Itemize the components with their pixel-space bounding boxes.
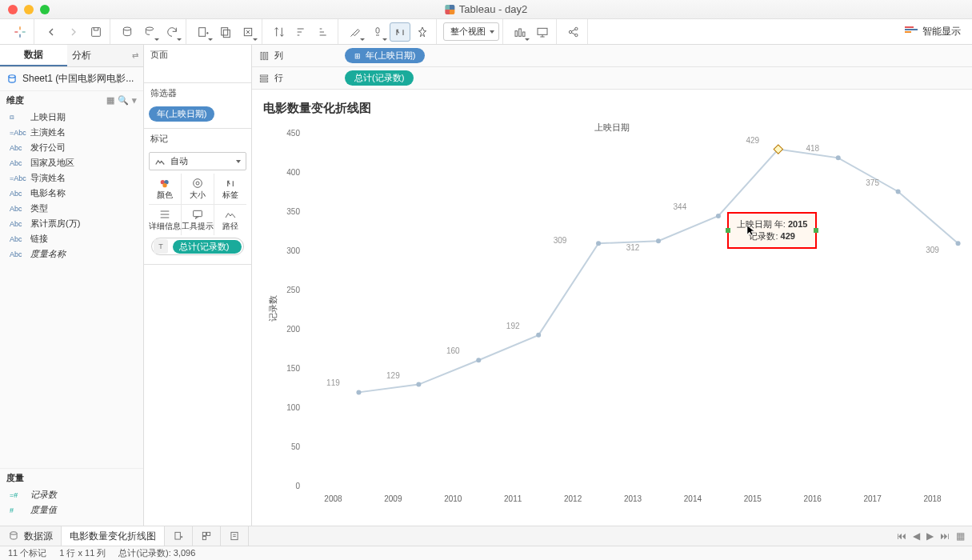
dimension-field[interactable]: Abc类型 bbox=[0, 201, 143, 216]
measure-field[interactable]: =#记录数 bbox=[0, 487, 143, 502]
refresh-button[interactable] bbox=[162, 22, 182, 42]
svg-rect-10 bbox=[538, 28, 547, 34]
svg-point-13 bbox=[575, 34, 578, 36]
nav-next[interactable]: ▶ bbox=[924, 530, 936, 542]
viz-canvas[interactable]: 电影数量变化折线图 上映日期 记录数 050100150200250300350… bbox=[252, 90, 972, 526]
show-me-button[interactable]: 智能显示 bbox=[900, 25, 966, 38]
swap-axes-button[interactable] bbox=[269, 22, 290, 42]
nav-prev[interactable]: ◀ bbox=[910, 530, 922, 542]
show-labels-button[interactable] bbox=[390, 22, 410, 42]
data-panel: 数据 分析⇄ Sheet1 (中国电影网电影... 维度 ▦🔍▾ ⧈上映日期=A… bbox=[0, 45, 144, 526]
sort-asc-button[interactable] bbox=[291, 22, 312, 42]
back-button[interactable] bbox=[41, 22, 62, 42]
dimension-field[interactable]: =Abc主演姓名 bbox=[0, 125, 143, 140]
save-button[interactable] bbox=[86, 22, 106, 42]
filter-pill-year[interactable]: 年(上映日期) bbox=[149, 106, 214, 122]
rows-pill[interactable]: 总计(记录数) bbox=[345, 70, 414, 86]
dropdown-icon[interactable]: ▾ bbox=[132, 95, 137, 106]
pause-autoupdate-button[interactable] bbox=[139, 22, 160, 42]
svg-point-36 bbox=[836, 155, 841, 160]
svg-point-14 bbox=[9, 74, 15, 78]
marks-card-title: 标记 bbox=[144, 129, 251, 149]
sheet-nav: ⏮ ◀ ▶ ⏭ ▦ bbox=[890, 526, 972, 546]
dimension-field[interactable]: Abc链接 bbox=[0, 231, 143, 246]
datasource-label: Sheet1 (中国电影网电影... bbox=[22, 72, 134, 86]
datasource-name[interactable]: Sheet1 (中国电影网电影... bbox=[0, 67, 143, 90]
svg-point-1 bbox=[123, 27, 130, 30]
columns-shelf[interactable]: 列 ⊞年(上映日期) bbox=[252, 45, 972, 67]
mark-type-select[interactable]: 自动 bbox=[149, 152, 246, 170]
rows-shelf[interactable]: 行 总计(记录数) bbox=[252, 67, 972, 90]
svg-rect-9 bbox=[522, 32, 525, 36]
svg-rect-4 bbox=[222, 27, 228, 34]
dimension-field[interactable]: Abc度量名称 bbox=[0, 246, 143, 262]
tab-datasource[interactable]: 数据源 bbox=[0, 526, 62, 546]
show-cards-button[interactable] bbox=[510, 22, 530, 42]
nav-first[interactable]: ⏮ bbox=[894, 530, 909, 542]
chart-title[interactable]: 电影数量变化折线图 bbox=[263, 101, 371, 116]
nav-list[interactable]: ▦ bbox=[954, 530, 967, 542]
svg-rect-40 bbox=[175, 532, 180, 539]
marks-tooltip[interactable]: 工具提示 bbox=[182, 205, 214, 235]
tab-analysis[interactable]: 分析⇄ bbox=[67, 45, 144, 66]
dimension-field[interactable]: Abc发行公司 bbox=[0, 140, 143, 155]
new-story-button[interactable] bbox=[221, 526, 249, 546]
clear-button[interactable] bbox=[238, 22, 258, 42]
marks-path[interactable]: 路径 bbox=[214, 205, 246, 235]
svg-rect-0 bbox=[92, 27, 101, 36]
new-datasource-button[interactable] bbox=[117, 22, 138, 42]
measures-header: 度量 bbox=[0, 468, 143, 487]
marks-card: 标记 自动 颜色 大小 标签 详细信息 工具提示 路径 T 总计 bbox=[144, 129, 251, 265]
minimize-window-button[interactable] bbox=[24, 5, 34, 14]
svg-point-2 bbox=[146, 27, 153, 30]
filters-card: 筛选器 年(上映日期) bbox=[144, 83, 251, 129]
measure-field[interactable]: #度量值 bbox=[0, 502, 143, 518]
svg-point-18 bbox=[196, 182, 199, 185]
marks-color[interactable]: 颜色 bbox=[149, 174, 181, 204]
pin-button[interactable] bbox=[412, 22, 433, 42]
mark-label-pill[interactable]: T 总计(记录数) bbox=[151, 238, 244, 255]
svg-rect-41 bbox=[202, 532, 206, 535]
dimension-field[interactable]: Abc累计票房(万) bbox=[0, 216, 143, 231]
dimension-field[interactable]: Abc电影名称 bbox=[0, 186, 143, 201]
marks-label[interactable]: 标签 bbox=[214, 174, 246, 204]
dimension-field[interactable]: Abc国家及地区 bbox=[0, 155, 143, 170]
columns-pill[interactable]: ⊞年(上映日期) bbox=[345, 48, 425, 63]
duplicate-button[interactable] bbox=[215, 22, 236, 42]
svg-point-28 bbox=[416, 382, 421, 387]
filters-card-title: 筛选器 bbox=[144, 83, 251, 103]
chart-plot-area[interactable]: 0501001502002503003504004502008200920102… bbox=[278, 133, 962, 502]
group-button[interactable] bbox=[367, 22, 388, 42]
marks-size[interactable]: 大小 bbox=[182, 174, 214, 204]
maximize-window-button[interactable] bbox=[40, 5, 50, 14]
search-icon[interactable]: 🔍 bbox=[118, 95, 129, 106]
fit-select[interactable]: 整个视图 bbox=[443, 22, 499, 41]
svg-rect-24 bbox=[260, 74, 267, 76]
highlight-button[interactable] bbox=[345, 22, 366, 42]
svg-rect-21 bbox=[261, 52, 262, 59]
svg-rect-22 bbox=[263, 52, 265, 59]
svg-point-39 bbox=[10, 532, 17, 535]
tab-data[interactable]: 数据 bbox=[0, 45, 67, 66]
presentation-button[interactable] bbox=[532, 22, 553, 42]
tooltip: 上映日期 年: 2015记录数: 429 bbox=[727, 212, 818, 249]
new-sheet-button[interactable] bbox=[165, 526, 193, 546]
svg-point-37 bbox=[896, 190, 901, 194]
new-worksheet-button[interactable] bbox=[193, 22, 214, 42]
tab-sheet[interactable]: 电影数量变化折线图 bbox=[62, 526, 165, 546]
nav-last[interactable]: ⏭ bbox=[938, 530, 952, 542]
view-grid-icon[interactable]: ▦ bbox=[106, 95, 114, 106]
svg-point-12 bbox=[575, 27, 578, 30]
marks-detail[interactable]: 详细信息 bbox=[149, 205, 181, 235]
svg-point-17 bbox=[162, 183, 166, 187]
new-dashboard-button[interactable] bbox=[193, 526, 221, 546]
tableau-home-icon[interactable] bbox=[10, 22, 30, 42]
dimension-field[interactable]: ⧈上映日期 bbox=[0, 110, 143, 125]
svg-rect-7 bbox=[515, 30, 518, 36]
forward-button[interactable] bbox=[63, 22, 84, 42]
sort-desc-button[interactable] bbox=[314, 22, 334, 42]
svg-rect-23 bbox=[266, 52, 268, 59]
dimension-field[interactable]: =Abc导演姓名 bbox=[0, 170, 143, 186]
share-button[interactable] bbox=[563, 22, 584, 42]
close-window-button[interactable] bbox=[8, 5, 18, 14]
